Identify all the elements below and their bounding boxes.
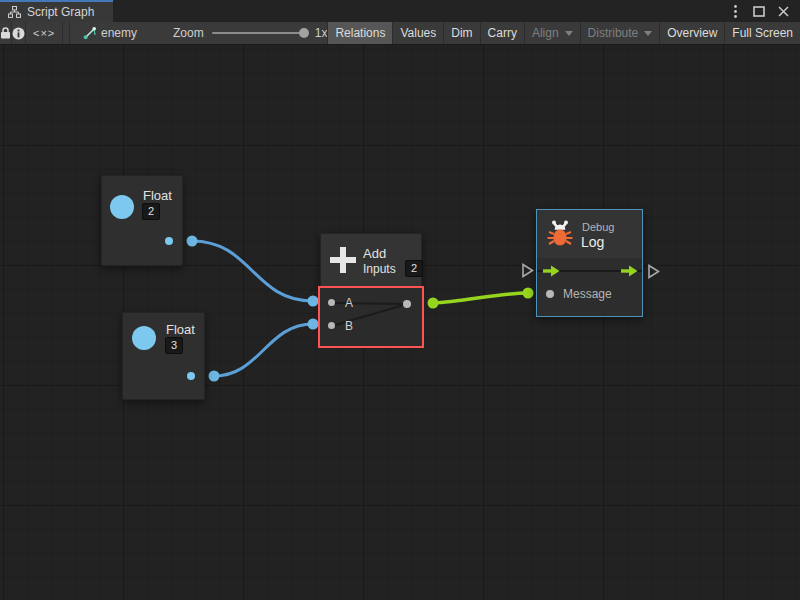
message-port-label: Message xyxy=(563,287,612,301)
node-title: Float xyxy=(143,188,172,203)
distribute-dropdown[interactable]: Distribute xyxy=(581,22,661,44)
wire-add-to-message[interactable] xyxy=(433,293,528,303)
float-value-field[interactable]: 3 xyxy=(165,337,183,354)
toggle-carry-label: Carry xyxy=(488,26,517,40)
window-controls xyxy=(726,0,800,22)
toggle-values-label: Values xyxy=(400,26,436,40)
wire-endpoint-dot xyxy=(523,288,534,299)
lock-icon xyxy=(0,27,11,39)
script-graph-asset-icon xyxy=(82,27,96,40)
node-title: Add xyxy=(363,246,386,261)
zoom-slider[interactable] xyxy=(212,32,307,34)
wire-endpoint-dot xyxy=(209,371,220,382)
port-a-label: A xyxy=(345,296,353,310)
close-icon[interactable] xyxy=(774,2,792,20)
fullscreen-label: Full Screen xyxy=(732,26,793,40)
overview-label: Overview xyxy=(667,26,717,40)
overview-button[interactable]: Overview xyxy=(660,22,725,44)
info-icon xyxy=(12,27,25,40)
node-float-2[interactable]: Float 2 xyxy=(101,175,183,266)
distribute-label: Distribute xyxy=(588,26,639,40)
input-port-b[interactable] xyxy=(328,322,335,329)
lock-button[interactable] xyxy=(0,22,12,44)
fullscreen-button[interactable]: Full Screen xyxy=(725,22,800,44)
port-relation-lines xyxy=(320,288,422,346)
float-output-port[interactable] xyxy=(165,237,173,245)
tab-script-graph[interactable]: Script Graph xyxy=(0,0,113,22)
plus-icon xyxy=(329,246,357,274)
node-add-header[interactable]: Add Inputs 2 xyxy=(320,233,422,288)
bug-icon xyxy=(545,219,575,249)
wire-endpoint-dot xyxy=(308,319,319,330)
menu-kebab-icon[interactable] xyxy=(726,2,744,20)
node-debug-log-selected[interactable]: Debug Log Message xyxy=(536,209,643,317)
toolbar-toggle-group: Relations Values Dim Carry Align Distrib… xyxy=(327,22,800,44)
toggle-relations[interactable]: Relations xyxy=(327,22,393,44)
node-title: Log xyxy=(581,234,604,250)
flow-output-arrow-icon[interactable] xyxy=(621,265,638,277)
window-titlebar: Script Graph xyxy=(0,0,800,22)
toggle-carry[interactable]: Carry xyxy=(481,22,525,44)
node-title: Float xyxy=(166,322,195,337)
float-output-port-large[interactable] xyxy=(110,195,134,219)
flow-exit-triangle-port[interactable] xyxy=(647,264,660,279)
graph-toolbar: <×> enemy Zoom 1x Relations Values Dim C… xyxy=(0,22,800,45)
wire-endpoint-dot xyxy=(428,298,439,309)
wire-endpoint-dot xyxy=(308,296,319,307)
flow-input-arrow-icon[interactable] xyxy=(543,265,560,277)
wire-endpoint-dot xyxy=(187,236,198,247)
graph-hierarchy-icon xyxy=(8,6,21,18)
zoom-value: 1x xyxy=(315,26,328,40)
wire-float3-to-add-b[interactable] xyxy=(214,324,313,376)
zoom-label: Zoom xyxy=(173,26,204,40)
float-output-port-large[interactable] xyxy=(132,326,156,350)
info-button[interactable] xyxy=(12,22,26,44)
align-label: Align xyxy=(532,26,559,40)
chevron-down-icon xyxy=(565,31,573,36)
chevron-down-icon xyxy=(644,31,652,36)
graph-name: enemy xyxy=(101,26,137,40)
graph-canvas[interactable]: Float 2 Float 3 Add Inputs 2 xyxy=(0,45,800,600)
sum-output-port[interactable] xyxy=(403,300,411,308)
inputs-label: Inputs xyxy=(363,262,396,276)
flow-entry-triangle-port[interactable] xyxy=(521,263,534,278)
unity-visual-scripting-window: Script Graph xyxy=(0,0,800,600)
inputs-count-field[interactable]: 2 xyxy=(405,260,423,277)
zoom-slider-handle[interactable] xyxy=(299,28,309,38)
float-output-port[interactable] xyxy=(187,372,195,380)
node-category: Debug xyxy=(582,221,614,233)
maximize-icon[interactable] xyxy=(750,2,768,20)
code-view-label: <×> xyxy=(33,27,55,39)
graph-reference-breadcrumb[interactable]: enemy xyxy=(70,22,147,44)
align-dropdown[interactable]: Align xyxy=(525,22,581,44)
message-input-port[interactable] xyxy=(546,290,554,298)
input-port-a[interactable] xyxy=(328,299,335,306)
toggle-dim[interactable]: Dim xyxy=(444,22,480,44)
toggle-dim-label: Dim xyxy=(451,26,472,40)
node-float-3[interactable]: Float 3 xyxy=(122,312,205,400)
zoom-control: Zoom 1x xyxy=(147,22,327,44)
debug-log-header: Debug Log xyxy=(537,210,642,258)
tab-title: Script Graph xyxy=(27,5,94,19)
wire-float2-to-add-a[interactable] xyxy=(192,241,313,301)
toolbar-separator xyxy=(63,22,70,44)
toggle-relations-label: Relations xyxy=(335,26,385,40)
flow-row xyxy=(537,258,642,284)
toggle-values[interactable]: Values xyxy=(393,22,444,44)
float-value-field[interactable]: 2 xyxy=(142,203,160,220)
node-add-ports-highlighted[interactable]: A B xyxy=(320,288,422,346)
port-b-label: B xyxy=(345,319,353,333)
code-view-button[interactable]: <×> xyxy=(26,22,63,44)
